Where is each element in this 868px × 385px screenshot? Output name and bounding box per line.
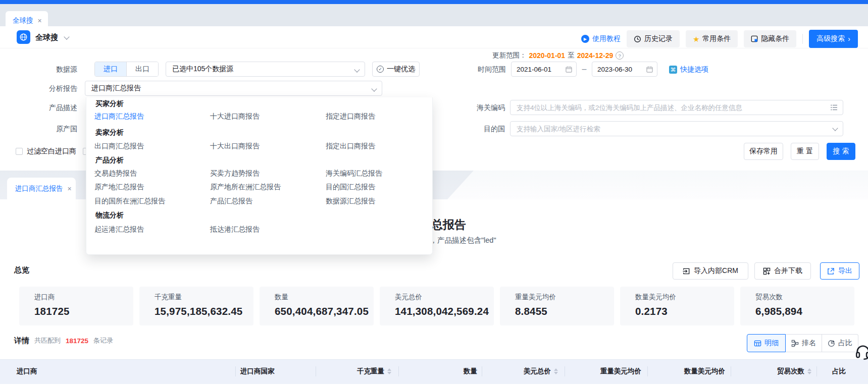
close-icon[interactable]: × <box>68 185 72 192</box>
option-dest-continent[interactable]: 目的国所在洲汇总报告 <box>94 197 165 206</box>
header-divider <box>802 34 803 44</box>
result-tab-importer-summary[interactable]: 进口商汇总报告 × <box>7 178 76 199</box>
col-label: 数量美元均价 <box>684 367 725 376</box>
import-crm-button[interactable]: 导入内部CRM <box>673 262 748 280</box>
history-label: 历史记录 <box>644 34 673 43</box>
date-start-input[interactable]: 2021-06-01 <box>511 62 577 77</box>
merge-download-button[interactable]: 合并下载 <box>754 262 811 280</box>
headphone-support-icon[interactable] <box>854 343 868 360</box>
sort-icon[interactable] <box>807 368 811 374</box>
merge-download-icon <box>763 267 771 275</box>
search-label: 搜 索 <box>833 147 849 156</box>
update-range-label: 更新范围： <box>492 51 527 60</box>
report-select[interactable]: 进口商汇总报告 <box>85 81 382 96</box>
col-quantity[interactable]: 数量 <box>398 359 477 383</box>
col-kg-weight[interactable]: 千克重量 <box>316 359 391 383</box>
history-button[interactable]: 历史记录 <box>627 30 680 47</box>
view-rank-button[interactable]: 排名 <box>786 334 822 352</box>
option-specified-exporter[interactable]: 指定出口商报告 <box>326 142 375 151</box>
favorites-button[interactable]: ★ 常用条件 <box>686 30 738 47</box>
option-origin-summary[interactable]: 原产地汇总报告 <box>94 183 144 192</box>
export-label: 导出 <box>838 266 852 276</box>
col-label: 贸易次数 <box>777 367 804 376</box>
col-usd-per-qty[interactable]: 数量美元均价 <box>647 359 725 383</box>
stat-value: 650,404,687,347.05 <box>275 305 374 317</box>
save-common-label: 保存常用 <box>749 147 778 156</box>
datasource-label: 数据源 <box>56 62 77 77</box>
stat-value: 15,975,185,632.45 <box>155 305 253 317</box>
advanced-search-label: 高级搜索 <box>816 34 845 43</box>
view-detail-button[interactable]: 明细 <box>747 334 786 352</box>
stat-card-quantity: 数量 650,404,687,347.05 <box>260 287 374 325</box>
hide-conditions-button[interactable]: 隐藏条件 <box>744 30 796 47</box>
stat-value: 0.2173 <box>635 305 734 317</box>
option-datasource-summary[interactable]: 数据源汇总报告 <box>326 197 375 206</box>
chevron-down-icon <box>354 67 360 72</box>
option-top10-exporter[interactable]: 十大出口商报告 <box>210 142 260 151</box>
option-product-summary[interactable]: 产品汇总报告 <box>210 197 252 206</box>
stat-value: 8.8455 <box>515 305 614 317</box>
one-click-optimize-button[interactable]: ✓ 一键优选 <box>372 62 420 77</box>
option-destination-summary[interactable]: 目的国汇总报告 <box>326 183 375 192</box>
import-export-toggle: 进口 出口 <box>94 62 159 77</box>
update-range-to: 至 <box>568 51 575 60</box>
col-usd-per-weight[interactable]: 重量美元均价 <box>565 359 641 383</box>
option-buyer-seller-trend[interactable]: 买卖方趋势报告 <box>210 169 260 178</box>
datasource-select[interactable]: 已选中105个数据源 <box>166 62 365 77</box>
app-screen: 全球搜 × 全球搜 ▶ 使用教程 历史记录 ★ 常用条件 <box>0 0 868 385</box>
option-importer-summary[interactable]: 进口商汇总报告 <box>94 112 144 121</box>
report-select-value: 进口商汇总报告 <box>91 84 141 93</box>
view-detail-label: 明细 <box>764 339 779 348</box>
list-icon[interactable] <box>831 104 838 111</box>
date-start-value: 2021-06-01 <box>517 66 551 73</box>
save-common-button[interactable]: 保存常用 <box>744 143 783 160</box>
sort-icon[interactable] <box>554 368 558 374</box>
col-usd-total[interactable]: 美元总价 <box>482 359 558 383</box>
option-arrival-port[interactable]: 抵达港汇总报告 <box>210 225 260 234</box>
search-button[interactable]: 搜 索 <box>827 143 855 160</box>
quick-options-label: 快捷选项 <box>680 65 708 74</box>
help-icon[interactable]: ? <box>616 51 624 60</box>
close-icon[interactable]: × <box>38 17 42 24</box>
col-importer-country[interactable]: 进口商国家 <box>240 359 275 383</box>
option-origin-continent[interactable]: 原产地所在洲汇总报告 <box>210 183 281 192</box>
stat-card-usd-per-qty: 数量美元均价 0.2173 <box>620 287 734 325</box>
option-exporter-summary[interactable]: 出口商汇总报告 <box>94 142 144 151</box>
detail-heading-row: 详情 共匹配到 181725 条记录 <box>14 333 113 348</box>
filter-blank-importer-row: 过滤空白进口商 <box>16 143 76 160</box>
stat-label: 进口商 <box>34 293 133 302</box>
toggle-export[interactable]: 出口 <box>127 62 158 76</box>
column-divider <box>565 366 565 376</box>
option-trade-trend[interactable]: 交易趋势报告 <box>94 169 137 178</box>
option-departure-port[interactable]: 起运港汇总报告 <box>94 225 144 234</box>
export-button[interactable]: 导出 <box>820 262 859 280</box>
column-divider <box>816 366 817 376</box>
col-share[interactable]: 占比 <box>832 359 846 383</box>
date-end-input[interactable]: 2023-06-30 <box>592 62 657 77</box>
page-title: 全球搜 <box>35 33 58 42</box>
col-importer[interactable]: 进口商 <box>17 359 37 383</box>
quick-options-link[interactable]: ⌘ 快捷选项 <box>669 65 708 74</box>
stat-value: 181725 <box>34 305 133 317</box>
view-share-button[interactable]: 占比 <box>822 334 858 352</box>
command-icon: ⌘ <box>669 66 677 74</box>
favorites-label: 常用条件 <box>702 34 731 43</box>
arrow-right-icon: › <box>848 35 850 43</box>
report-label: 分析报告 <box>49 81 77 96</box>
destination-label: 目的国 <box>484 121 505 136</box>
sort-icon[interactable] <box>387 368 391 374</box>
option-specified-importer[interactable]: 指定进口商报告 <box>326 112 375 121</box>
reset-label: 重 置 <box>797 147 813 156</box>
date-range-dash: – <box>581 62 588 77</box>
advanced-search-button[interactable]: 高级搜索 › <box>809 30 858 48</box>
option-top10-importer[interactable]: 十大进口商报告 <box>210 112 260 121</box>
destination-input[interactable] <box>510 121 843 136</box>
reset-button[interactable]: 重 置 <box>791 143 819 160</box>
col-label: 重量美元均价 <box>600 367 641 376</box>
toggle-import[interactable]: 进口 <box>95 62 127 76</box>
hs-code-input[interactable] <box>510 100 843 115</box>
tutorial-button[interactable]: ▶ 使用教程 <box>581 34 621 43</box>
option-hscode-summary[interactable]: 海关编码汇总报告 <box>326 169 382 178</box>
filter-blank-importer-checkbox[interactable] <box>16 148 23 155</box>
col-trade-count[interactable]: 贸易次数 <box>731 359 811 383</box>
